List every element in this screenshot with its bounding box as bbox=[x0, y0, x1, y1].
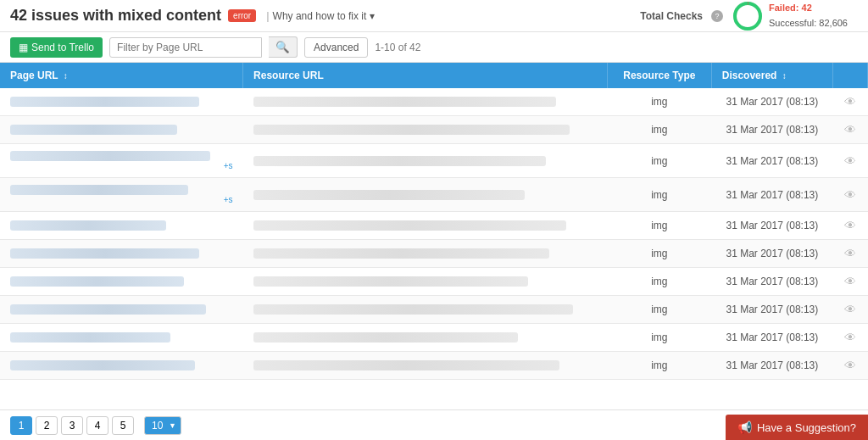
page-url-cell: +s bbox=[0, 144, 243, 178]
resource-type-cell: img bbox=[607, 268, 711, 296]
discovered-cell: 31 Mar 2017 (08:13) bbox=[711, 324, 832, 352]
action-cell: 👁 bbox=[833, 88, 868, 116]
per-page-wrapper: 10 25 50 bbox=[137, 416, 181, 435]
resource-url-blurred bbox=[253, 190, 526, 200]
hide-icon[interactable]: 👁 bbox=[844, 331, 856, 344]
resource-type-cell: img bbox=[607, 324, 711, 352]
page-url-cell bbox=[0, 324, 243, 352]
action-cell: 👁 bbox=[833, 178, 868, 212]
resource-url-blurred bbox=[253, 97, 556, 107]
page-4-button[interactable]: 4 bbox=[86, 416, 108, 435]
resource-url-blurred bbox=[253, 125, 570, 135]
resource-url-cell bbox=[243, 212, 608, 240]
resource-url-blurred bbox=[253, 276, 529, 287]
fix-link[interactable]: Why and how to fix it ▾ bbox=[273, 10, 375, 22]
table-row: img31 Mar 2017 (08:13)👁 bbox=[0, 212, 868, 240]
total-checks-info-icon[interactable]: ? bbox=[711, 10, 723, 22]
checks-visual: Failed: 42 Successful: 82,606 bbox=[732, 0, 848, 32]
table-row: img31 Mar 2017 (08:13)👁 bbox=[0, 88, 868, 116]
error-badge: error bbox=[228, 9, 256, 22]
svg-point-1 bbox=[735, 3, 760, 29]
table-row: +simg31 Mar 2017 (08:13)👁 bbox=[0, 178, 868, 212]
resource-type-cell: img bbox=[607, 240, 711, 268]
total-checks-section: Total Checks ? Failed: 42 Successful: 82… bbox=[640, 0, 858, 32]
page-url-blurred bbox=[10, 185, 188, 195]
resource-url-cell bbox=[243, 88, 608, 116]
discovered-cell: 31 Mar 2017 (08:13) bbox=[711, 268, 832, 296]
discovered-cell: 31 Mar 2017 (08:13) bbox=[711, 352, 832, 380]
hide-icon[interactable]: 👁 bbox=[844, 247, 856, 260]
col-resource-url[interactable]: Resource URL bbox=[243, 63, 608, 88]
resource-url-cell bbox=[243, 144, 608, 178]
col-page-url[interactable]: Page URL ↕ bbox=[0, 63, 243, 88]
subitems-indicator: +s bbox=[224, 161, 233, 170]
resource-type-cell: img bbox=[607, 352, 711, 380]
page-url-blurred bbox=[10, 220, 166, 231]
resource-url-blurred bbox=[253, 220, 566, 231]
col-discovered[interactable]: Discovered ↕ bbox=[711, 63, 832, 88]
page-url-blurred bbox=[10, 304, 206, 315]
send-trello-button[interactable]: ▦ Send to Trello bbox=[10, 37, 103, 58]
action-cell: 👁 bbox=[833, 212, 868, 240]
search-icon: 🔍 bbox=[275, 41, 290, 53]
discovered-cell: 31 Mar 2017 (08:13) bbox=[711, 144, 832, 178]
discovered-cell: 31 Mar 2017 (08:13) bbox=[711, 240, 832, 268]
action-cell: 👁 bbox=[833, 268, 868, 296]
resource-url-cell bbox=[243, 268, 608, 296]
hide-icon[interactable]: 👁 bbox=[844, 359, 856, 372]
page-url-cell bbox=[0, 268, 243, 296]
page-url-blurred bbox=[10, 248, 199, 259]
search-button[interactable]: 🔍 bbox=[269, 36, 298, 58]
hide-icon[interactable]: 👁 bbox=[844, 154, 856, 168]
action-cell: 👁 bbox=[833, 116, 868, 144]
issues-table: Page URL ↕ Resource URL Resource Type Di… bbox=[0, 63, 868, 380]
page-1-button[interactable]: 1 bbox=[10, 416, 32, 435]
page-url-cell bbox=[0, 88, 243, 116]
hide-icon[interactable]: 👁 bbox=[844, 275, 856, 288]
failed-count: Failed: 42 bbox=[769, 1, 848, 16]
per-page-select[interactable]: 10 25 50 bbox=[144, 416, 181, 435]
page-url-cell bbox=[0, 352, 243, 380]
resource-type-cell: img bbox=[607, 144, 711, 178]
table-row: img31 Mar 2017 (08:13)👁 bbox=[0, 268, 868, 296]
page-url-cell bbox=[0, 240, 243, 268]
resource-url-cell bbox=[243, 116, 608, 144]
suggestion-bar[interactable]: 📢 Have a Suggestion? bbox=[726, 415, 868, 440]
col-resource-type[interactable]: Resource Type bbox=[607, 63, 711, 88]
data-table-container: Page URL ↕ Resource URL Resource Type Di… bbox=[0, 63, 868, 409]
resource-url-cell bbox=[243, 324, 608, 352]
action-cell: 👁 bbox=[833, 240, 868, 268]
hide-icon[interactable]: 👁 bbox=[844, 303, 856, 316]
results-count: 1-10 of 42 bbox=[375, 42, 420, 53]
table-row: img31 Mar 2017 (08:13)👁 bbox=[0, 352, 868, 380]
table-row: img31 Mar 2017 (08:13)👁 bbox=[0, 296, 868, 324]
page-3-button[interactable]: 3 bbox=[61, 416, 83, 435]
page-url-cell bbox=[0, 212, 243, 240]
page-url-blurred bbox=[10, 125, 177, 135]
resource-type-cell: img bbox=[607, 116, 711, 144]
page-url-cell bbox=[0, 116, 243, 144]
resource-url-cell bbox=[243, 296, 608, 324]
hide-icon[interactable]: 👁 bbox=[844, 219, 856, 232]
page-url-blurred bbox=[10, 276, 184, 287]
page-url-blurred bbox=[10, 151, 210, 161]
page-5-button[interactable]: 5 bbox=[112, 416, 134, 435]
resource-url-blurred bbox=[253, 248, 549, 259]
table-header-row: Page URL ↕ Resource URL Resource Type Di… bbox=[0, 63, 868, 88]
resource-type-cell: img bbox=[607, 212, 711, 240]
filter-input[interactable] bbox=[109, 37, 262, 58]
page-2-button[interactable]: 2 bbox=[36, 416, 58, 435]
action-cell: 👁 bbox=[833, 352, 868, 380]
resource-url-blurred bbox=[253, 332, 519, 343]
megaphone-icon: 📢 bbox=[737, 421, 752, 434]
page-url-blurred bbox=[10, 332, 170, 343]
hide-icon[interactable]: 👁 bbox=[844, 123, 856, 136]
resource-url-blurred bbox=[253, 304, 573, 315]
trello-icon: ▦ bbox=[19, 42, 28, 53]
hide-icon[interactable]: 👁 bbox=[844, 95, 856, 109]
advanced-button[interactable]: Advanced bbox=[304, 37, 368, 58]
col-actions bbox=[833, 63, 868, 88]
page-url-cell: +s bbox=[0, 178, 243, 212]
hide-icon[interactable]: 👁 bbox=[844, 188, 856, 202]
discovered-cell: 31 Mar 2017 (08:13) bbox=[711, 212, 832, 240]
